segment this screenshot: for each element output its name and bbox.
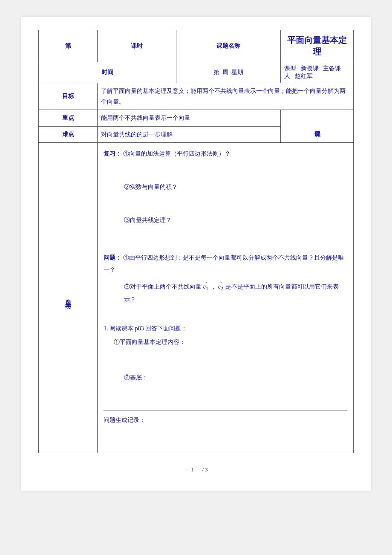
zhongdian-label: 重点 [39,110,98,126]
fuxi-item2-wrap: ②实数与向量的积？ [124,181,347,193]
vec-e1: → e1 [203,279,208,294]
fuxi-item1: ①向量的加法运算（平行四边形法则）？ [123,150,231,157]
fuxi-title: 复习： [104,150,121,157]
main-content: 复习： ①向量的加法运算（平行四边形法则）？ ②实数与向量的积？ ③向量共线定理… [98,142,354,453]
keshi-label: 课时 [98,30,176,62]
wenti-item2-pre: ②对于平面上两个不共线向量 [124,283,202,290]
wenti-title: 问题： [104,254,121,261]
vec-e2: → e2 [218,279,223,294]
wentisheng-section: 问题生成记录： [104,414,347,426]
yuedu-section: 1. 阅读课本 p83 回答下面问题： [104,323,347,335]
time-label: 时间 [39,62,176,83]
fuxi-item3-wrap: ③向量共线定理？ [124,214,347,226]
mubiao-label: 目标 [39,83,98,110]
nandian-label: 难点 [39,126,98,142]
page-number: － 1 － / 3 [38,466,354,474]
yuedu-sub2-wrap: ②基底： [124,372,347,384]
fuxi-section: 复习： ①向量的加法运算（平行四边形法则）？ [104,148,347,160]
week-info: 第 周 星期 [176,62,281,83]
lesson-title: 平面向量基本定理 [281,30,354,62]
ketype-label: 课型 新授课 主备课人 赵红军 [281,62,354,83]
yuedu-sub2: ②基底： [124,374,148,381]
keti-label: 课题名称 [176,30,281,62]
section-divider [104,410,347,411]
wenti-item2-wrap: ②对于平面上两个不共线向量 → e1 ， → e2 是不是平面上的所有向量都可以… [124,279,347,306]
fuxi-item3: ③向量共线定理？ [124,217,172,223]
di-label: 第 [39,30,98,62]
erjian-label: 二次备课 [281,110,354,142]
document-page: 第 课时 课题名称 平面向量基本定理 时间 第 周 星期 课型 新授课 主备课人… [21,17,371,491]
wenti-item1: ①由平行四边形想到：是不是每一个向量都可以分解成两个不共线向量？且分解是唯一？ [104,254,344,273]
fuxi-item2: ②实数与向量的积？ [124,184,178,190]
yuedu-intro: 1. 阅读课本 p83 回答下面问题： [104,325,187,332]
wenti-section: 问题： ①由平行四边形想到：是不是每一个向量都可以分解成两个不共线向量？且分解是… [104,252,347,276]
zhongdian-content: 能用两个不共线向量表示一个向量 [98,110,281,126]
nandian-content: 对向量共线的的进一步理解 [98,126,281,142]
yuedu-sub1: ①平面向量基本定理内容： [114,339,185,345]
zizhu-label: 自主学习 [39,142,98,453]
wentisheng-label: 问题生成记录： [104,417,145,423]
yuedu-sub1-wrap: ①平面向量基本定理内容： [114,336,347,348]
mubiao-content: 了解平面向量的基本定理及意义；能用两个不共线向量表示一个向量；能把一个向量分解为… [98,83,354,110]
